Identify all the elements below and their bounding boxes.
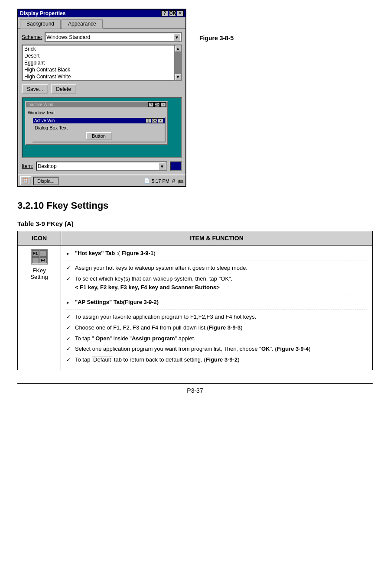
dialog-button-row[interactable]: Button: [35, 132, 163, 140]
table-title: Table 3-9 FKey (A): [17, 220, 373, 227]
save-button[interactable]: Save...: [22, 84, 48, 94]
scheme-option-brick[interactable]: Brick: [23, 45, 174, 52]
scheme-options[interactable]: Brick Desert Eggplant High Contrast Blac…: [23, 45, 174, 80]
preview-area: Inactive Wind ? OK × Window Text Active: [22, 97, 182, 158]
close-button[interactable]: ×: [177, 10, 184, 16]
figure-caption: Figure 3-8-5: [199, 9, 234, 42]
taskbar-icon3: 📠: [178, 178, 184, 184]
inactive-title-text: Inactive Wind: [27, 102, 53, 107]
ap-desc1: To assign your favorite application prog…: [66, 313, 367, 322]
icon-cell: F1 F4 FKey Setting: [18, 246, 61, 370]
col-header-function: ITEM & FUNCTION: [61, 231, 373, 246]
hot-keys-tab-item: "Hot keys" Tab :( Figure 3-9-1): [66, 249, 367, 258]
inactive-window: Inactive Wind ? OK × Window Text Active: [25, 101, 168, 145]
ap-desc5: To tap Default tab to return back to def…: [66, 355, 367, 365]
col-header-icon: ICON: [18, 231, 61, 246]
ap-settings-label: "AP Settings" Tab(Figure 3-9-2): [75, 299, 159, 305]
scheme-select[interactable]: Windows Standard ▼: [45, 32, 182, 42]
ap-desc4: Select one application program you want …: [66, 345, 367, 354]
scheme-dropdown-list[interactable]: Brick Desert Eggplant High Contrast Blac…: [22, 45, 182, 81]
scheme-row: Scheme: Windows Standard ▼: [22, 32, 182, 42]
item-select[interactable]: Desktop ▼: [36, 162, 167, 171]
color-swatch[interactable]: [170, 162, 182, 171]
item-row: Item: Desktop ▼: [22, 162, 182, 171]
scheme-dropdown-arrow[interactable]: ▼: [173, 33, 180, 41]
inactive-close: ×: [160, 102, 166, 107]
taskbar-right: 📄 5:17 PM 🖨 📠: [144, 178, 184, 184]
scheme-option-hcblack[interactable]: High Contrast Black: [23, 66, 174, 73]
delete-button[interactable]: Delete: [51, 84, 76, 94]
fkey-label-1: FKey: [32, 267, 46, 274]
item-dropdown-arrow[interactable]: ▼: [159, 162, 166, 170]
bullet-list-hotkeys: "Hot keys" Tab :( Figure 3-9-1): [66, 249, 367, 258]
check-list-hotkeys: Assign your hot keys to wakeup system af…: [66, 264, 367, 292]
active-title-text: Active Win: [34, 118, 55, 123]
hotkey-desc2: To select which key(s) that can wakeup s…: [66, 275, 367, 293]
ap-settings-tab-item: "AP Settings" Tab(Figure 3-9-2): [66, 298, 367, 307]
bullet-list-ap: "AP Settings" Tab(Figure 3-9-2): [66, 298, 367, 307]
item-label: Item:: [22, 163, 33, 169]
tab-background[interactable]: Background: [20, 19, 61, 29]
scheme-buttons[interactable]: Save... Delete: [22, 84, 182, 94]
inactive-title-buttons: ? OK ×: [148, 102, 166, 107]
titlebar-buttons[interactable]: ? OK ×: [161, 10, 184, 16]
function-cell: "Hot keys" Tab :( Figure 3-9-1) Assign y…: [61, 246, 373, 370]
ap-desc3: To tap " Open" inside "Assign program" a…: [66, 334, 367, 343]
scroll-up-btn[interactable]: ▲: [175, 45, 181, 52]
dialog-tabs[interactable]: Background Appearance: [18, 19, 185, 29]
table-row: F1 F4 FKey Setting "Hot keys" Tab :: [18, 246, 373, 370]
hotkey-desc1: Assign your hot keys to wakeup system af…: [66, 264, 367, 273]
dialog-titlebar: Display Properties ? OK ×: [18, 10, 185, 17]
active-window: Active Win ? OK × Dialog Box Text: [32, 117, 166, 142]
start-button[interactable]: 🪟: [20, 176, 31, 185]
scheme-label: Scheme:: [22, 34, 42, 40]
page-footer: P3-37: [17, 383, 373, 394]
taskbar-app-button[interactable]: Displa...: [33, 177, 59, 185]
fkey-f4: F4: [39, 257, 47, 264]
active-title-buttons: ? OK ×: [146, 118, 163, 123]
scheme-option-desert[interactable]: Desert: [23, 52, 174, 59]
fkey-empty2: [32, 257, 39, 264]
fkey-f1: F1: [32, 250, 39, 257]
dialog-title: Display Properties: [20, 10, 65, 16]
help-button[interactable]: ?: [161, 10, 168, 16]
active-help: ?: [146, 118, 151, 123]
hot-keys-tab-label: "Hot keys" Tab: [75, 250, 115, 256]
active-body: Dialog Box Text Button: [33, 123, 165, 142]
fkey-icon: F1 F4: [31, 249, 48, 265]
ok-button[interactable]: OK: [169, 10, 176, 16]
inactive-ok: OK: [154, 102, 160, 107]
dialog-box-text: Dialog Box Text: [35, 125, 163, 130]
ap-desc2: Choose one of F1, F2, F3 and F4 from pul…: [66, 323, 367, 333]
active-close: ×: [158, 118, 163, 123]
taskbar-icon2: 🖨: [171, 178, 176, 184]
inactive-body: Window Text Active Win ? OK ×: [26, 107, 167, 144]
taskbar-time: 5:17 PM: [152, 178, 169, 184]
tab-appearance[interactable]: Appearance: [62, 19, 103, 29]
inactive-help: ?: [148, 102, 154, 107]
check-list-ap: To assign your favorite application prog…: [66, 313, 367, 365]
fkey-table: ICON ITEM & FUNCTION F1 F4 FKey: [17, 231, 373, 370]
window-text-label: Window Text: [28, 110, 166, 115]
taskbar: 🪟 Displa... 📄 5:17 PM 🖨 📠: [18, 174, 185, 186]
inactive-titlebar: Inactive Wind ? OK ×: [26, 102, 167, 107]
active-titlebar: Active Win ? OK ×: [33, 118, 165, 123]
active-ok: OK: [152, 118, 157, 123]
dialog-body: Scheme: Windows Standard ▼ Brick Desert …: [18, 29, 185, 174]
figure-area: Display Properties ? OK × Background App…: [17, 9, 373, 187]
fkey-empty: [39, 250, 47, 257]
scroll-track: [175, 52, 181, 74]
display-properties-dialog[interactable]: Display Properties ? OK × Background App…: [17, 9, 186, 187]
hot-keys-tab-ref: :( Figure 3-9-1): [117, 250, 156, 256]
scroll-down-btn[interactable]: ▼: [175, 74, 181, 80]
fkey-label-2: Setting: [30, 274, 48, 280]
scheme-scrollbar[interactable]: ▲ ▼: [174, 45, 181, 80]
section-heading: 3.2.10 Fkey Settings: [17, 200, 373, 211]
preview-button[interactable]: Button: [86, 132, 112, 140]
start-icon: 🪟: [23, 178, 29, 184]
taskbar-icon1: 📄: [144, 178, 150, 184]
scheme-option-hcwhite[interactable]: High Contrast White: [23, 73, 174, 80]
hotkey-keys: < F1 key, F2 key, F3 key, F4 key and Sca…: [75, 284, 220, 291]
scheme-option-eggplant[interactable]: Eggplant: [23, 59, 174, 66]
